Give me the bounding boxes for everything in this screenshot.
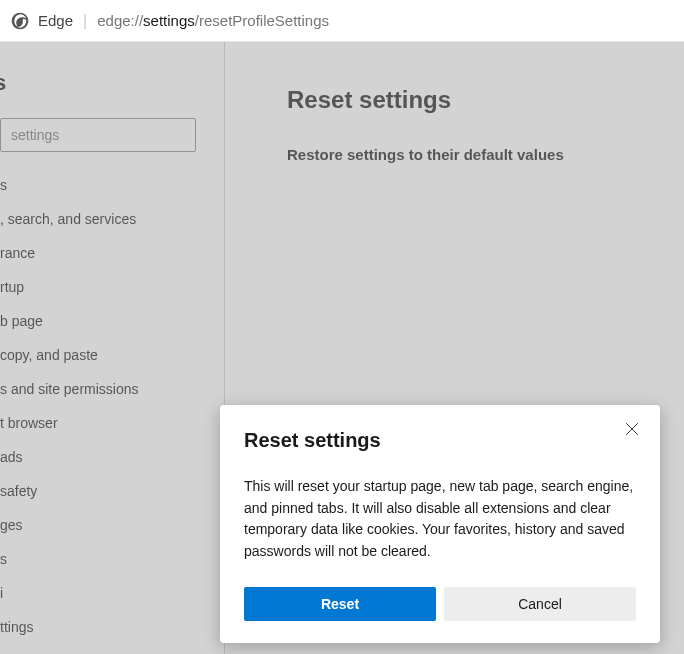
url-prefix: edge://	[97, 12, 143, 29]
address-url[interactable]: edge://settings/resetProfileSettings	[97, 12, 329, 29]
address-bar: Edge | edge://settings/resetProfileSetti…	[0, 0, 684, 42]
address-separator: |	[83, 12, 87, 30]
dialog-actions: Reset Cancel	[244, 587, 636, 621]
close-icon[interactable]	[622, 419, 646, 443]
cancel-button[interactable]: Cancel	[444, 587, 636, 621]
reset-button[interactable]: Reset	[244, 587, 436, 621]
address-app-label: Edge	[38, 12, 73, 29]
url-strong: settings	[143, 12, 195, 29]
edge-logo-icon	[10, 11, 30, 31]
dialog-title: Reset settings	[244, 429, 636, 452]
dialog-body: This will reset your startup page, new t…	[244, 476, 636, 563]
reset-settings-dialog: Reset settings This will reset your star…	[220, 405, 660, 643]
url-suffix: /resetProfileSettings	[195, 12, 329, 29]
